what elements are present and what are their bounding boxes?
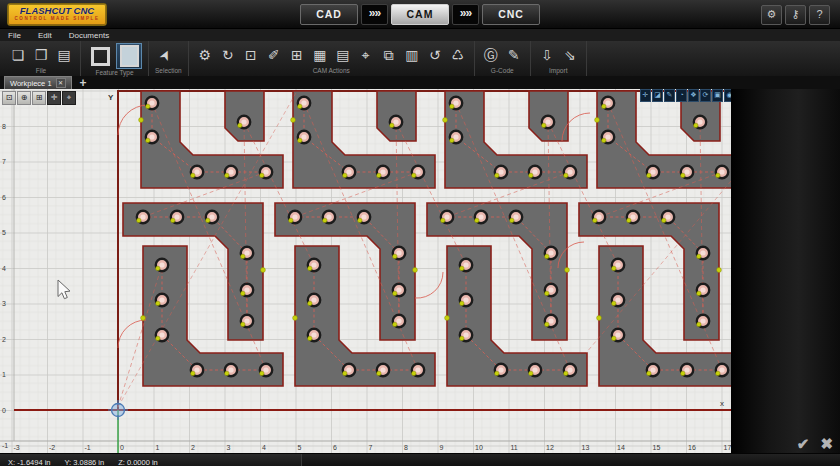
toolbar-group-selection: ➤Selection xyxy=(149,41,189,76)
drill-hole-center xyxy=(697,119,702,124)
menu-file[interactable]: File xyxy=(8,31,21,40)
toolpath-extents-button[interactable]: ⌖ xyxy=(356,45,376,65)
measure-button[interactable]: ⌖ xyxy=(62,91,76,105)
open-file-button[interactable]: ❒ xyxy=(31,45,51,65)
menu-documents[interactable]: Documents xyxy=(69,31,109,40)
drill-hole-center xyxy=(719,367,724,372)
lead-in-point xyxy=(291,118,296,123)
toolbar-group-label: Selection xyxy=(155,67,182,75)
x-coordinate: X: -1.6494 in xyxy=(8,458,51,466)
delete-toolpath-button[interactable]: ♺ xyxy=(448,45,468,65)
output-sheet-button[interactable]: ⧉ xyxy=(379,45,399,65)
hole-lead-dot xyxy=(542,123,546,127)
hole-lead-dot xyxy=(260,371,264,375)
drill-hole-center xyxy=(532,367,537,372)
mode-tab-cnc[interactable]: CNC xyxy=(482,4,540,25)
ruler-tick-label: 4 xyxy=(262,444,266,451)
drill-hole-center xyxy=(396,250,401,255)
import-gcode-button[interactable]: ⇩ xyxy=(537,45,557,65)
ruler-tick-label: 6 xyxy=(333,444,337,451)
save-file-button[interactable]: ▤ xyxy=(54,45,74,65)
hole-lead-dot xyxy=(647,371,651,375)
select-pointer-button[interactable]: ➤ xyxy=(155,45,175,65)
accept-button[interactable]: ✔ xyxy=(797,436,810,451)
mode-tab-cam[interactable]: CAM xyxy=(391,4,449,25)
ruler-tick-label: 3 xyxy=(227,444,231,451)
generate-gcode-button[interactable]: Ⓖ xyxy=(481,45,501,65)
fab-settings-gears-button[interactable]: ⚙ xyxy=(195,45,215,65)
drill-hole-center xyxy=(615,332,620,337)
feature-outline-button[interactable] xyxy=(87,43,113,69)
job-report-button[interactable]: ▤ xyxy=(333,45,353,65)
help-button[interactable]: ? xyxy=(809,5,830,25)
nesting-canvas[interactable]: Yx-3-2-101234567891011121314151617876543… xyxy=(0,89,731,453)
hole-lead-dot xyxy=(564,371,568,375)
mode-tab-cad[interactable]: CAD xyxy=(300,4,358,25)
cancel-button[interactable]: ✖ xyxy=(820,436,833,451)
hole-lead-dot xyxy=(529,173,533,177)
pan-view-button[interactable]: ✛ xyxy=(640,89,651,102)
hole-lead-dot xyxy=(460,301,464,305)
import-drawing-button[interactable]: ⇘ xyxy=(560,45,580,65)
hole-lead-dot xyxy=(146,138,150,142)
toolbar-group-file: ❏❒▤File xyxy=(2,41,81,76)
hole-lead-dot xyxy=(593,218,597,222)
drill-hole-center xyxy=(605,134,610,139)
hole-lead-dot xyxy=(716,173,720,177)
menu-edit[interactable]: Edit xyxy=(38,31,52,40)
zoom-in-button[interactable]: ⊕ xyxy=(17,91,31,105)
mode-tabs: CAD»»CAM»»CNC xyxy=(300,4,540,25)
nesting-array-button[interactable]: ▦ xyxy=(310,45,330,65)
shade-view-button[interactable]: ◪ xyxy=(652,89,663,102)
drill-hole-center xyxy=(380,367,385,372)
drill-hole-center xyxy=(361,214,366,219)
feature-filled-button[interactable] xyxy=(116,43,142,69)
zoom-window-button[interactable]: ⊡ xyxy=(2,91,16,105)
lead-in-out-button[interactable]: ✐ xyxy=(264,45,284,65)
print-button[interactable]: ▥ xyxy=(402,45,422,65)
cam-viewport[interactable]: Yx-3-2-101234567891011121314151617876543… xyxy=(0,89,840,453)
pan-button[interactable]: ✛ xyxy=(47,91,61,105)
drill-hole-center xyxy=(684,169,689,174)
ruler-tick-label: 14 xyxy=(617,444,625,451)
hole-lead-dot xyxy=(647,173,651,177)
add-tab-button[interactable]: + xyxy=(80,77,87,89)
edit-gcode-button[interactable]: ✎ xyxy=(504,45,524,65)
settings-button[interactable]: ⚙ xyxy=(761,5,782,25)
refresh-view-button[interactable]: ⟳ xyxy=(700,89,711,102)
show-solid-button[interactable]: ▣ xyxy=(712,89,723,102)
orbit-view-button[interactable]: ◔ xyxy=(676,89,687,102)
ruler-tick-label: 5 xyxy=(2,229,6,236)
hole-lead-dot xyxy=(412,371,416,375)
simulate-cut-button[interactable]: ⊡ xyxy=(241,45,261,65)
logo-text: FLASHCUT CNC xyxy=(8,6,106,16)
ruler-tick-label: 7 xyxy=(2,158,6,165)
hole-lead-dot xyxy=(612,266,616,270)
regenerate-toolpath-button[interactable]: ↻ xyxy=(218,45,238,65)
drill-hole-center xyxy=(346,169,351,174)
zoom-extents-button[interactable]: ⊞ xyxy=(32,91,46,105)
workpiece-tab[interactable]: Workpiece 1 ✕ xyxy=(4,76,72,89)
hole-lead-dot xyxy=(156,336,160,340)
hole-lead-dot xyxy=(323,218,327,222)
new-file-button[interactable]: ❏ xyxy=(8,45,28,65)
drill-hole-center xyxy=(244,287,249,292)
snap-grid-button[interactable]: ❖ xyxy=(688,89,699,102)
hole-lead-dot xyxy=(697,291,701,295)
undo-button[interactable]: ↺ xyxy=(425,45,445,65)
ruler-tick-label: 8 xyxy=(2,123,6,130)
y-axis-label: Y xyxy=(108,93,114,102)
hole-lead-dot xyxy=(627,218,631,222)
drill-hole-center xyxy=(548,250,553,255)
hole-lead-dot xyxy=(475,218,479,222)
hole-lead-dot xyxy=(545,254,549,258)
fit-to-material-button[interactable]: ⊞ xyxy=(287,45,307,65)
hole-lead-dot xyxy=(441,218,445,222)
hole-lead-dot xyxy=(156,266,160,270)
close-tab-icon[interactable]: ✕ xyxy=(56,78,66,88)
drill-hole-center xyxy=(140,214,145,219)
hole-lead-dot xyxy=(308,301,312,305)
edit-points-button[interactable]: ✎ xyxy=(664,89,675,102)
license-key-button[interactable]: ⚷ xyxy=(785,5,806,25)
chevron-next-icon: »» xyxy=(361,4,388,25)
